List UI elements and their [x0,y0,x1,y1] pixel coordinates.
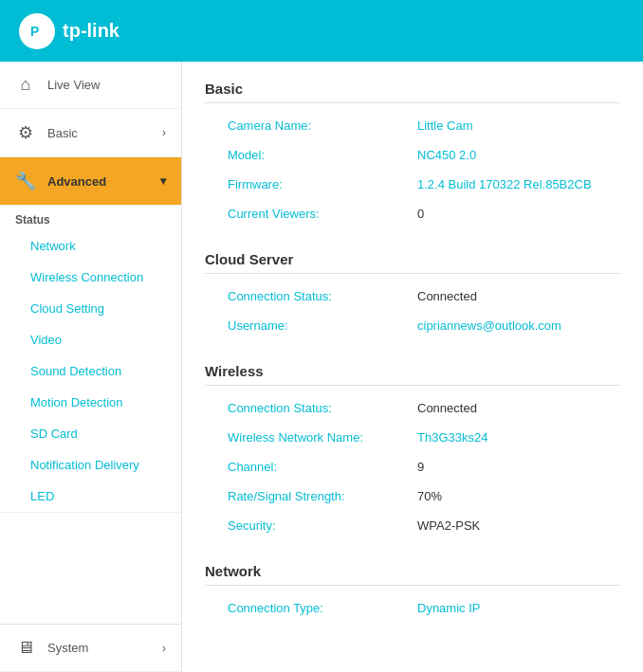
logo-icon: P [19,13,55,49]
cloud-username-value: cipriannews@outlook.com [417,318,597,333]
table-row: Connection Type: Dynamic IP [205,593,620,623]
rate-signal-value: 70% [417,489,597,503]
table-row: Channel: 9 [205,452,620,481]
security-value: WPA2-PSK [417,518,597,533]
sidebar-item-sound-detection[interactable]: Sound Detection [0,355,181,387]
cloud-username-label: Username: [228,318,417,333]
cloud-connection-status-label: Connection Status: [228,289,417,303]
basic-section-title: Basic [205,81,620,103]
sidebar-item-advanced[interactable]: 🔧 Advanced ▾ [0,157,181,206]
content-area: Basic Camera Name: Little Cam Model: NC4… [182,62,643,672]
cloud-connection-status-value: Connected [417,289,597,303]
system-icon: 🖥 [15,638,36,658]
sidebar-item-basic-label: Basic [47,126,151,140]
model-label: Model: [228,148,417,162]
sidebar-item-system-label: System [47,641,151,655]
main-layout: ⌂ Live View ⚙ Basic › 🔧 Advanced ▾ Statu… [0,62,643,672]
sidebar-item-cloud-setting[interactable]: Cloud Setting [0,293,181,324]
connection-type-value: Dynamic IP [417,601,597,615]
current-viewers-value: 0 [417,207,597,221]
wireless-connection-status-value: Connected [417,401,597,415]
wireless-section-title: Wireless [205,363,620,386]
chevron-down-icon: ▾ [160,174,166,188]
table-row: Connection Status: Connected [205,393,620,423]
sidebar-item-live-view-label: Live View [47,78,166,92]
cloud-server-section-title: Cloud Server [205,251,620,274]
sidebar-item-sd-card[interactable]: SD Card [0,418,181,449]
settings-icon: ⚙ [15,122,36,143]
home-icon: ⌂ [15,75,36,95]
security-label: Security: [228,518,417,533]
logo: P tp-link [19,13,119,49]
firmware-label: Firmware: [228,177,417,191]
sidebar-item-live-view[interactable]: ⌂ Live View [0,62,181,109]
cloud-server-section: Cloud Server Connection Status: Connecte… [205,251,620,340]
connection-type-label: Connection Type: [228,601,417,615]
sidebar-item-wireless-connection[interactable]: Wireless Connection [0,262,181,293]
table-row: Security: WPA2-PSK [205,511,620,540]
channel-value: 9 [417,460,597,474]
network-section-title: Network [205,563,620,586]
current-viewers-label: Current Viewers: [228,207,417,221]
table-row: Username: cipriannews@outlook.com [205,311,620,340]
camera-name-label: Camera Name: [228,118,417,133]
sidebar-item-system[interactable]: 🖥 System › [0,624,181,672]
chevron-right-icon-system: › [162,642,166,655]
table-row: Camera Name: Little Cam [205,111,620,140]
chevron-right-icon: › [162,126,166,139]
rate-signal-label: Rate/Signal Strength: [228,489,417,503]
sidebar-item-video[interactable]: Video [0,324,181,355]
sidebar-item-advanced-label: Advanced [47,174,149,189]
status-submenu-header: Status [0,206,181,230]
logo-text: tp-link [63,20,119,42]
wireless-network-name-label: Wireless Network Name: [228,430,417,445]
wrench-icon: 🔧 [15,171,36,191]
table-row: Model: NC450 2.0 [205,140,620,170]
sidebar-item-basic[interactable]: ⚙ Basic › [0,109,181,157]
table-row: Connection Status: Connected [205,282,620,311]
svg-text:P: P [30,24,39,39]
model-value: NC450 2.0 [417,148,597,162]
sidebar-item-led[interactable]: LED [0,481,181,512]
sidebar: ⌂ Live View ⚙ Basic › 🔧 Advanced ▾ Statu… [0,62,182,672]
channel-label: Channel: [228,460,417,474]
header: P tp-link [0,0,643,62]
sidebar-item-network[interactable]: Network [0,230,181,262]
sidebar-advanced-submenu: Status Network Wireless Connection Cloud… [0,206,181,513]
table-row: Current Viewers: 0 [205,199,620,228]
table-row: Rate/Signal Strength: 70% [205,481,620,511]
sidebar-item-motion-detection[interactable]: Motion Detection [0,387,181,418]
table-row: Wireless Network Name: Th3G33ks24 [205,423,620,452]
wireless-connection-status-label: Connection Status: [228,401,417,415]
network-section: Network Connection Type: Dynamic IP [205,563,620,623]
table-row: Firmware: 1.2.4 Build 170322 Rel.85B2CB [205,170,620,199]
wireless-network-name-value: Th3G33ks24 [417,430,597,445]
basic-section: Basic Camera Name: Little Cam Model: NC4… [205,81,620,228]
firmware-value: 1.2.4 Build 170322 Rel.85B2CB [417,177,597,191]
sidebar-item-notification-delivery[interactable]: Notification Delivery [0,449,181,481]
wireless-section: Wireless Connection Status: Connected Wi… [205,363,620,540]
camera-name-value: Little Cam [417,118,597,133]
